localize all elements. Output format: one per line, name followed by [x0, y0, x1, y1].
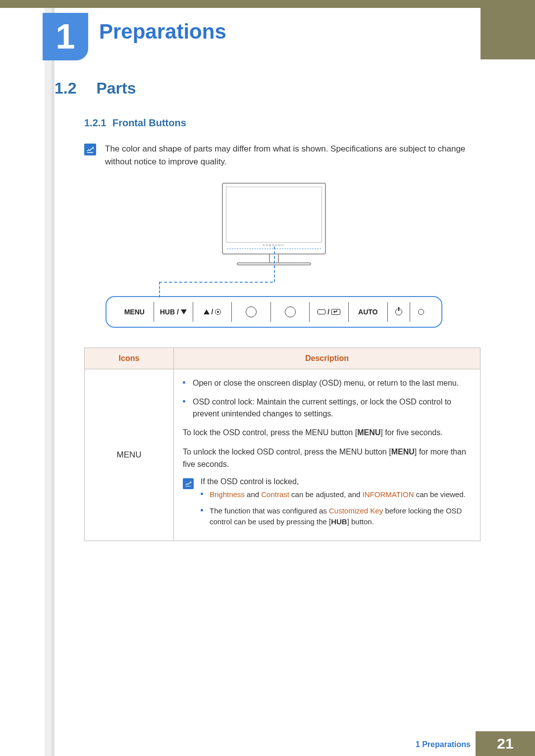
- panel-separator: [270, 302, 271, 322]
- panel-menu: MENU: [116, 308, 153, 316]
- section-title: Parts: [96, 79, 136, 97]
- monitor-screen: [226, 187, 322, 243]
- table-header-description: Description: [174, 348, 481, 369]
- power-led-icon: [418, 309, 424, 315]
- enter-rect-icon: [331, 309, 340, 315]
- sub-note-intro: If the OSD control is locked,: [201, 477, 471, 486]
- bullet-item: OSD control lock: Maintain the current s…: [183, 396, 471, 420]
- panel-circle-1: [233, 306, 269, 317]
- highlight-information: INFORMATION: [363, 490, 414, 499]
- panel-separator: [231, 302, 232, 322]
- panel-separator: [154, 302, 154, 322]
- callout-line-vertical: [274, 247, 275, 282]
- note-text: The color and shape of parts may differ …: [105, 143, 493, 168]
- triangle-down-icon: [181, 309, 187, 314]
- circle-outline-icon: [285, 306, 296, 317]
- section-number: 1.2: [54, 79, 94, 98]
- monitor-frame: SAMSUNG: [222, 183, 326, 254]
- monitor-diagram: SAMSUNG MENU HUB / /: [106, 183, 442, 328]
- hub-button-label: HUB: [331, 517, 347, 526]
- text-fragment: To lock the OSD control, press the MENU …: [183, 428, 357, 437]
- power-icon: [395, 308, 402, 315]
- panel-separator: [410, 302, 410, 322]
- panel-separator: [309, 302, 310, 322]
- panel-separator: [348, 302, 349, 322]
- highlight-brightness: Brightness: [210, 490, 245, 499]
- table-header-row: Icons Description: [85, 348, 481, 369]
- subsection-number: 1.2.1: [84, 117, 106, 128]
- text-fragment: To unlock the locked OSD control, press …: [183, 448, 391, 456]
- subsection-title: Frontal Buttons: [112, 117, 186, 128]
- panel-separator: [387, 302, 388, 322]
- description-table: Icons Description MENU Open or close the…: [84, 348, 481, 541]
- panel-led: [411, 309, 431, 315]
- highlight-customized-key: Customized Key: [329, 506, 383, 515]
- row-icon-cell: MENU: [85, 369, 174, 541]
- row-description-cell: Open or close the onscreen display (OSD)…: [174, 369, 481, 541]
- sub-note-bullets: Brightness and Contrast can be adjusted,…: [201, 489, 471, 528]
- callout-line-down: [159, 282, 160, 298]
- sub-bullet-item: The function that was configured as Cust…: [201, 505, 471, 528]
- panel-menu-label: MENU: [124, 308, 145, 316]
- panel-source-enter: /: [311, 308, 347, 316]
- note-block: The color and shape of parts may differ …: [84, 143, 493, 168]
- sub-note-block: If the OSD control is locked, Brightness…: [183, 477, 471, 533]
- dot-circle-icon: [215, 309, 221, 315]
- panel-hub-down: HUB /: [155, 308, 192, 316]
- lock-paragraph: To lock the OSD control, press the MENU …: [183, 427, 471, 439]
- slash-label: /: [177, 308, 179, 316]
- slash-label: /: [212, 308, 214, 316]
- section-heading: 1.2 Parts: [54, 79, 493, 98]
- panel-circle-2: [272, 306, 309, 317]
- text-fragment: can be adjusted, and: [289, 490, 363, 499]
- menu-button-label: MENU: [357, 428, 380, 437]
- text-fragment: ] button.: [347, 517, 374, 526]
- chapter-number: 1: [56, 19, 75, 54]
- menu-button-label: MENU: [391, 448, 415, 456]
- panel-auto: AUTO: [350, 308, 386, 316]
- source-rect-icon: [318, 309, 325, 314]
- table-header-icons: Icons: [85, 348, 174, 369]
- sub-bullet-item: Brightness and Contrast can be adjusted,…: [201, 489, 471, 501]
- front-button-panel: MENU HUB / / / AUTO: [106, 296, 442, 328]
- text-fragment: and: [245, 490, 261, 499]
- highlight-contrast: Contrast: [261, 490, 289, 499]
- footer-breadcrumb: 1 Preparations: [416, 740, 471, 749]
- table-row-menu: MENU Open or close the onscreen display …: [85, 369, 481, 541]
- bullet-item: Open or close the onscreen display (OSD)…: [183, 377, 471, 389]
- triangle-up-icon: [204, 309, 210, 314]
- panel-power: [389, 308, 409, 315]
- text-fragment: can be viewed.: [414, 490, 465, 499]
- note-icon: [183, 478, 194, 489]
- right-decoration-block: [481, 0, 535, 59]
- footer-page-number: 21: [476, 731, 535, 756]
- left-stripe-outer: [45, 8, 52, 756]
- text-fragment: ] for five seconds.: [380, 428, 442, 437]
- panel-separator: [193, 302, 193, 322]
- text-fragment: The function that was configured as: [210, 506, 329, 515]
- top-decoration-bar: [0, 0, 535, 8]
- panel-auto-label: AUTO: [358, 308, 377, 316]
- note-icon: [84, 144, 96, 155]
- page-content: 1.2 Parts 1.2.1 Frontal Buttons The colo…: [54, 79, 493, 541]
- circle-outline-icon: [246, 306, 257, 317]
- chapter-badge: 1: [43, 13, 88, 60]
- panel-up-target: /: [194, 308, 231, 316]
- page-footer: 1 Preparations 21: [0, 731, 535, 756]
- unlock-paragraph: To unlock the locked OSD control, press …: [183, 446, 471, 471]
- panel-hub-label: HUB: [160, 308, 175, 316]
- description-bullets: Open or close the onscreen display (OSD)…: [183, 377, 471, 420]
- sub-note-content: If the OSD control is locked, Brightness…: [201, 477, 471, 533]
- subsection-heading: 1.2.1 Frontal Buttons: [84, 117, 493, 129]
- slash-label: /: [327, 308, 329, 316]
- chapter-title: Preparations: [99, 20, 226, 44]
- callout-line-horizontal: [159, 282, 273, 283]
